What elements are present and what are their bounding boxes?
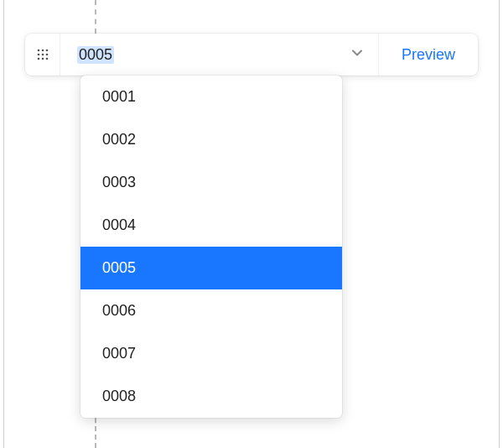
svg-point-2 (45, 49, 48, 52)
svg-point-6 (37, 58, 39, 60)
drag-handle[interactable] (25, 34, 60, 76)
guide-line-top (95, 0, 96, 34)
dropdown-item-label: 0002 (102, 131, 136, 148)
svg-point-1 (41, 49, 44, 52)
drag-handle-icon (37, 49, 49, 60)
svg-point-5 (45, 54, 48, 56)
dropdown-item-label: 0006 (102, 302, 136, 320)
dropdown-item[interactable]: 0008 (80, 375, 342, 418)
dropdown-item-label: 0001 (102, 88, 136, 106)
dropdown-item-label: 0003 (102, 174, 136, 191)
dropdown-item-label: 0005 (102, 259, 136, 277)
variable-control-bar: 0005 Preview (25, 34, 478, 76)
dropdown-item[interactable]: 0002 (80, 118, 342, 161)
dropdown-item-label: 0008 (102, 388, 136, 405)
svg-point-7 (41, 58, 44, 60)
dropdown-item-label: 0004 (102, 216, 136, 234)
value-select[interactable]: 0005 (60, 34, 378, 76)
svg-point-4 (41, 54, 44, 56)
value-dropdown: 00010002000300040005000600070008 (80, 76, 342, 418)
dropdown-item[interactable]: 0001 (80, 76, 342, 118)
preview-button-label: Preview (402, 46, 455, 64)
svg-point-8 (45, 58, 48, 60)
dropdown-item[interactable]: 0006 (80, 289, 342, 332)
preview-button[interactable]: Preview (379, 34, 478, 76)
svg-point-0 (37, 49, 39, 52)
dropdown-item-label: 0007 (102, 345, 136, 362)
dropdown-item[interactable]: 0005 (80, 247, 342, 289)
chevron-down-icon (350, 45, 365, 64)
dropdown-item[interactable]: 0003 (80, 161, 342, 204)
dropdown-item[interactable]: 0007 (80, 332, 342, 375)
svg-point-3 (37, 54, 39, 56)
dropdown-item[interactable]: 0004 (80, 204, 342, 247)
selected-value: 0005 (77, 46, 114, 64)
